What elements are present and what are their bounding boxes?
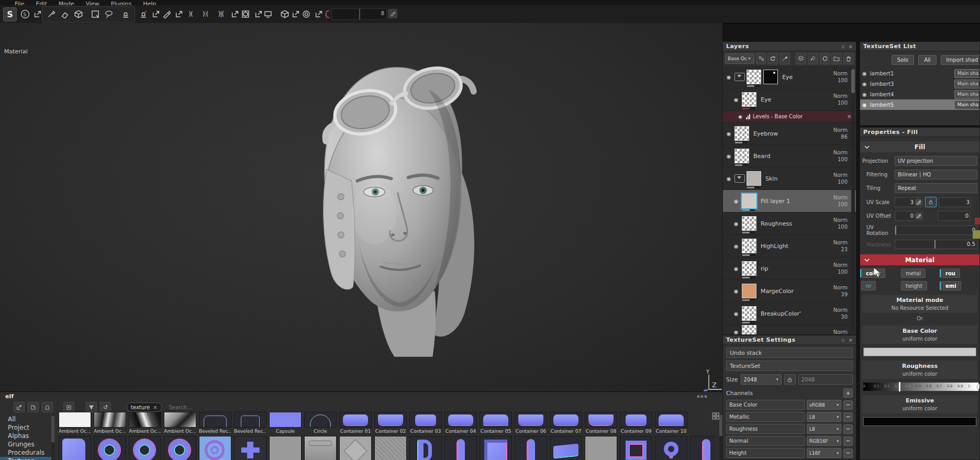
layer-visibility-dot[interactable]: ◉ — [730, 198, 742, 204]
layer-visibility-dot[interactable]: ◉ — [730, 243, 742, 249]
menu-item-help[interactable]: Help — [143, 1, 156, 5]
layer-thumbnail[interactable] — [742, 216, 756, 231]
shelf-item[interactable] — [480, 436, 512, 460]
shelf-item-thumbnail[interactable] — [269, 436, 302, 460]
add-layer-icon[interactable] — [796, 53, 806, 64]
delete-layer-icon[interactable] — [843, 53, 854, 64]
shelf-item-thumbnail[interactable] — [269, 412, 302, 428]
layer-thumbnail[interactable] — [742, 239, 756, 253]
shelf-item[interactable]: Container 10 — [655, 412, 687, 434]
all-button[interactable]: All — [918, 55, 936, 65]
layers-float-icon[interactable]: ▫ — [841, 44, 845, 49]
slider-handle[interactable] — [934, 240, 936, 249]
camera-view-icon[interactable] — [262, 7, 274, 20]
layer-effect-row[interactable]: ◉Levels - Base Color× — [723, 111, 856, 122]
create-resource-icon[interactable] — [42, 402, 53, 412]
menu-item-file[interactable]: File — [15, 1, 24, 5]
shelf-item[interactable] — [515, 436, 547, 460]
shelf-item[interactable]: Container 02 — [374, 412, 407, 434]
shelf-item[interactable]: Capsule — [269, 412, 302, 434]
layer-visibility-dot[interactable]: ◉ — [730, 311, 742, 317]
shelf-item[interactable]: Ambient Oc... — [164, 412, 196, 434]
layer-thumbnail[interactable] — [734, 149, 749, 163]
shelf-item-thumbnail[interactable] — [164, 436, 196, 460]
shelf-scrollbar[interactable] — [719, 415, 722, 460]
shelf-item-thumbnail[interactable] — [655, 412, 687, 428]
layer-visibility-dot[interactable]: ◉ — [723, 74, 734, 80]
layer-row[interactable]: ◉SkinNorm100 — [723, 167, 856, 190]
layer-visibility-dot[interactable]: ◉ — [730, 221, 742, 227]
textureset-row[interactable]: ◉lambert3Main sha — [860, 78, 979, 89]
shelf-grip-handle[interactable]: ▪▪▪ — [697, 394, 708, 399]
shelf-item-thumbnail[interactable] — [444, 412, 477, 428]
clone-stamp-tool-icon[interactable] — [119, 7, 132, 20]
channel-toggle-rou[interactable]: rou — [941, 268, 960, 278]
textureset-row[interactable]: ◉lambert4Main sha — [860, 89, 979, 99]
layer-row[interactable]: ◉BeardNorm100 — [723, 145, 856, 167]
property-spinbox-2[interactable]: 0 — [938, 211, 970, 221]
shelf-item[interactable] — [409, 436, 442, 460]
menu-item-plugins[interactable]: Plugins — [111, 1, 131, 5]
shelf-item-thumbnail[interactable] — [620, 436, 652, 460]
property-slider[interactable]: 0 — [895, 226, 977, 235]
add-smart-material-icon[interactable] — [767, 53, 778, 64]
layers-close-icon[interactable]: × — [849, 44, 853, 49]
shelf-item-thumbnail[interactable] — [515, 412, 547, 428]
layer-row[interactable]: ◉EyeNorm100 — [723, 88, 856, 111]
shelf-item[interactable] — [585, 436, 617, 460]
shelf-item-thumbnail[interactable] — [409, 412, 442, 428]
substance-logo-icon[interactable]: S — [3, 7, 17, 21]
paint-brush-tool-icon[interactable] — [45, 7, 58, 20]
shelf-category-grunges[interactable]: Grunges — [0, 440, 51, 448]
main-shader-button[interactable]: Main sha — [954, 69, 980, 78]
layer-thumbnail[interactable] — [747, 70, 761, 84]
remove-channel-button[interactable]: − — [843, 448, 853, 458]
layer-row[interactable]: ◉EyeNorm100 — [723, 66, 856, 88]
size-lock-icon[interactable] — [784, 374, 796, 385]
shelf-item[interactable] — [550, 436, 582, 460]
shelf-item-thumbnail[interactable] — [199, 436, 231, 460]
channel-name-input[interactable]: Base Color — [726, 400, 805, 410]
shelf-item-thumbnail[interactable] — [339, 436, 372, 460]
shelf-item-thumbnail[interactable] — [234, 412, 266, 428]
shelf-item-thumbnail[interactable] — [59, 412, 91, 428]
solo-button[interactable]: Solo — [892, 55, 914, 65]
remove-channel-button[interactable]: − — [843, 436, 853, 446]
open-shelf-folder-icon[interactable] — [63, 402, 74, 412]
textureset-visibility-dot[interactable]: ◉ — [862, 102, 867, 108]
layer-thumbnail[interactable] — [742, 92, 756, 107]
layer-row[interactable]: ◉Fill layer 1Norm100 — [723, 190, 856, 212]
size-dropdown[interactable]: 2048▾ — [741, 374, 782, 385]
material-picker-icon[interactable] — [160, 7, 173, 20]
property-spinbox[interactable]: 0 — [895, 211, 923, 221]
layer-visibility-dot[interactable]: ◉ — [730, 266, 742, 272]
clear-filters-icon[interactable]: ↺ — [100, 402, 111, 412]
shelf-category-all[interactable]: All — [0, 415, 51, 423]
shelf-item-thumbnail[interactable] — [444, 436, 477, 460]
emissive-color-swatch[interactable] — [863, 417, 976, 426]
shelf-item[interactable] — [374, 436, 407, 460]
layer-row[interactable]: ◉Norm — [723, 325, 856, 335]
viewport-3d[interactable]: Material Y X Z S — [0, 23, 722, 391]
shelf-item[interactable] — [620, 436, 652, 460]
symmetry-settings-icon[interactable]: )|( — [215, 7, 227, 20]
export-resources-icon[interactable] — [14, 402, 25, 412]
shelf-item[interactable] — [164, 436, 196, 460]
smudge-tool-icon[interactable] — [103, 7, 115, 20]
shelf-item-thumbnail[interactable] — [304, 412, 337, 428]
filter-icon[interactable] — [86, 402, 97, 412]
flow-edit-pencil-icon[interactable] — [388, 9, 397, 18]
shelf-item[interactable]: Container 05 — [480, 412, 512, 434]
shelf-item[interactable] — [59, 436, 91, 460]
shelf-item-thumbnail[interactable] — [550, 412, 582, 428]
shelf-item-thumbnail[interactable] — [515, 436, 547, 460]
shelf-item[interactable]: Container 03 — [409, 412, 442, 434]
search-input[interactable]: Search... — [165, 403, 192, 411]
layer-row[interactable]: ◉MargeColorNorm39 — [723, 280, 856, 302]
shelf-item[interactable]: Ambient Oc... — [94, 412, 126, 434]
shelf-item-thumbnail[interactable] — [164, 412, 196, 428]
menu-item-view[interactable]: View — [86, 1, 99, 5]
main-shader-button[interactable]: Main sha — [954, 90, 980, 99]
channel-toggle-nr[interactable]: nr — [861, 281, 876, 290]
radial-symmetry-icon[interactable]: )|( — [199, 7, 211, 20]
